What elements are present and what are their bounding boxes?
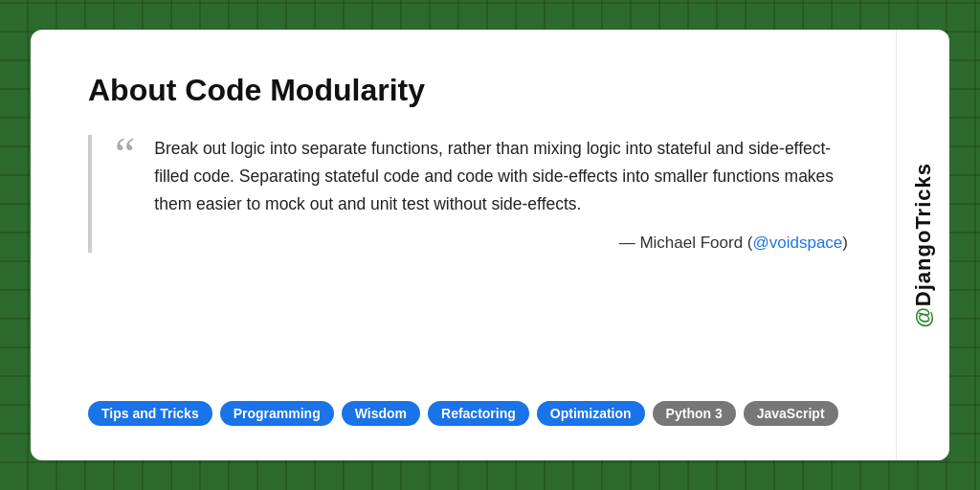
attribution-prefix: — Michael Foord ( bbox=[619, 234, 753, 252]
quote-mark-icon: “ bbox=[115, 131, 135, 253]
tag-programming[interactable]: Programming bbox=[220, 401, 334, 426]
tag-refactoring[interactable]: Refactoring bbox=[428, 401, 529, 426]
tag-python3[interactable]: Python 3 bbox=[653, 401, 736, 426]
quote-block: “ Break out logic into separate function… bbox=[88, 135, 848, 253]
tags-container: Tips and Tricks Programming Wisdom Refac… bbox=[88, 401, 848, 426]
quote-attribution: — Michael Foord (@voidspace) bbox=[154, 234, 848, 253]
sidebar-handle-text: DjangoTricks bbox=[911, 163, 935, 306]
content-card: About Code Modularity “ Break out logic … bbox=[31, 30, 896, 460]
at-sign: @ bbox=[911, 306, 935, 327]
tag-tips-and-tricks[interactable]: Tips and Tricks bbox=[88, 401, 212, 426]
tag-wisdom[interactable]: Wisdom bbox=[342, 401, 420, 426]
tag-javascript[interactable]: JavaScript bbox=[744, 401, 838, 426]
page-wrapper: About Code Modularity “ Break out logic … bbox=[31, 30, 949, 460]
attribution-suffix: ) bbox=[842, 234, 848, 252]
tag-optimization[interactable]: Optimization bbox=[537, 401, 645, 426]
sidebar: @DjangoTricks bbox=[896, 30, 949, 460]
quote-content: Break out logic into separate functions,… bbox=[154, 135, 848, 253]
quote-text: Break out logic into separate functions,… bbox=[154, 135, 848, 218]
sidebar-handle: @DjangoTricks bbox=[911, 163, 936, 328]
attribution-link[interactable]: @voidspace bbox=[753, 234, 843, 252]
page-title: About Code Modularity bbox=[88, 72, 848, 108]
